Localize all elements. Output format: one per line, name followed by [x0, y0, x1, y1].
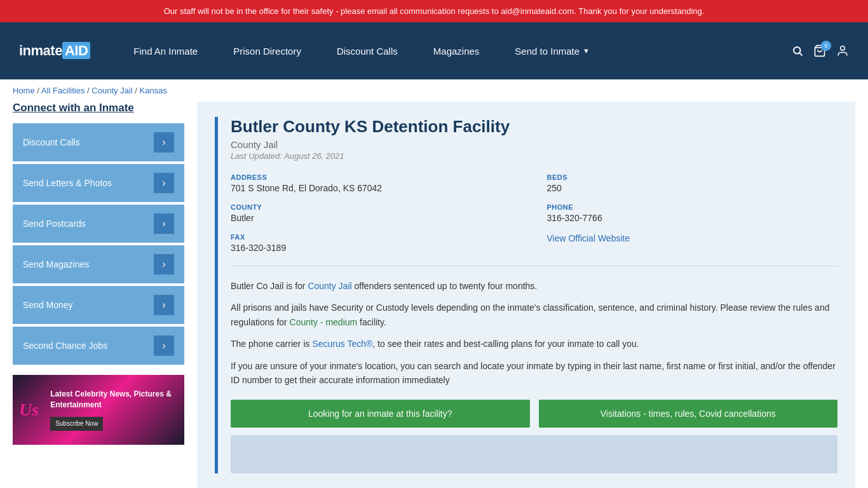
sidebar-send-magazines[interactable]: Send Magazines ›: [13, 245, 184, 283]
address-field: ADDRESS 701 S Stone Rd, El Dorado, KS 67…: [231, 173, 522, 193]
sidebar-send-letters[interactable]: Send Letters & Photos ›: [13, 164, 184, 202]
sidebar-send-postcards[interactable]: Send Postcards ›: [13, 205, 184, 243]
address-label: ADDRESS: [231, 173, 522, 181]
phone-field: PHONE 316-320-7766: [547, 203, 838, 223]
visitations-button[interactable]: Visitations - times, rules, Covid cancel…: [539, 400, 838, 428]
content-wrapper: Butler County KS Detention Facility Coun…: [215, 117, 837, 473]
sidebar-btn-label: Second Chance Jobs: [23, 341, 107, 351]
logo-aid: AID: [62, 42, 90, 59]
nav-send-label: Send to Inmate: [515, 46, 580, 57]
advertisement: Us Latest Celebrity News, Pictures & Ent…: [13, 375, 184, 445]
alert-text: Our staff will not be in the office for …: [164, 6, 705, 16]
fax-field: FAX 316-320-3189: [231, 233, 522, 253]
sidebar: Connect with an Inmate Discount Calls › …: [13, 102, 184, 488]
cart-button[interactable]: 0: [813, 44, 826, 57]
ad-logo: Us: [13, 393, 45, 426]
website-field: View Official Website: [547, 233, 838, 253]
beds-field: BEDS 250: [547, 173, 838, 193]
breadcrumb-kansas[interactable]: Kansas: [139, 86, 166, 95]
description-1: Butler Co Jail is for County Jail offend…: [231, 279, 837, 293]
breadcrumb-home[interactable]: Home: [13, 86, 35, 95]
beds-label: BEDS: [547, 173, 838, 181]
website-link[interactable]: View Official Website: [547, 233, 630, 243]
facility-title: Butler County KS Detention Facility: [231, 117, 837, 137]
county-value: Butler: [231, 213, 522, 223]
gray-section: [231, 435, 837, 473]
sidebar-section-title: Connect with an Inmate: [13, 102, 184, 114]
description-3: The phone carrier is Securus Tech®, to s…: [231, 337, 837, 351]
main-container: Connect with an Inmate Discount Calls › …: [0, 102, 868, 488]
chevron-down-icon: ▼: [583, 47, 590, 55]
nav-icons: 0: [792, 44, 849, 57]
county-field: COUNTY Butler: [231, 203, 522, 223]
phone-label: PHONE: [547, 203, 838, 211]
sidebar-second-chance-jobs[interactable]: Second Chance Jobs ›: [13, 327, 184, 365]
main-nav: Find An Inmate Prison Directory Discount…: [116, 22, 792, 79]
logo[interactable]: inmateAID: [19, 43, 90, 59]
sidebar-send-money[interactable]: Send Money ›: [13, 286, 184, 324]
nav-send-to-inmate[interactable]: Send to Inmate ▼: [497, 22, 607, 79]
securus-link[interactable]: Securus Tech®: [312, 339, 372, 349]
sidebar-btn-label: Send Magazines: [23, 259, 89, 269]
description-2: All prisons and jails have Security or C…: [231, 301, 837, 329]
nav-prison-directory[interactable]: Prison Directory: [215, 22, 319, 79]
description-4: If you are unsure of your inmate's locat…: [231, 359, 837, 388]
facility-info-grid: ADDRESS 701 S Stone Rd, El Dorado, KS 67…: [231, 173, 837, 266]
breadcrumb-county-jail[interactable]: County Jail: [92, 86, 132, 95]
sidebar-btn-label: Send Letters & Photos: [23, 178, 112, 188]
breadcrumb: Home / All Facilities / County Jail / Ka…: [0, 79, 868, 102]
ad-text: Latest Celebrity News, Pictures & Entert…: [45, 384, 184, 436]
address-value: 701 S Stone Rd, El Dorado, KS 67042: [231, 183, 522, 193]
phone-value: 316-320-7766: [547, 213, 838, 223]
sidebar-arrow-icon: ›: [154, 295, 174, 315]
header: inmateAID Find An Inmate Prison Director…: [0, 22, 868, 79]
breadcrumb-all-facilities[interactable]: All Facilities: [41, 86, 85, 95]
alert-bar: Our staff will not be in the office for …: [0, 0, 868, 22]
ad-subscribe-button[interactable]: Subscribe Now: [50, 417, 103, 431]
svg-point-0: [794, 47, 801, 54]
cart-badge: 0: [821, 41, 831, 51]
fax-label: FAX: [231, 233, 522, 241]
sidebar-arrow-icon: ›: [154, 214, 174, 234]
facility-updated: Last Updated: August 26, 2021: [231, 151, 837, 161]
ad-title: Latest Celebrity News, Pictures & Entert…: [50, 389, 179, 410]
facility-content: Butler County KS Detention Facility Coun…: [197, 102, 855, 488]
county-jail-link[interactable]: County Jail: [308, 281, 351, 291]
search-button[interactable]: [792, 45, 803, 57]
logo-text: inmateAID: [19, 43, 90, 59]
facility-type: County Jail: [231, 139, 837, 150]
sidebar-arrow-icon: ›: [154, 336, 174, 356]
county-medium-link[interactable]: County - medium: [290, 317, 358, 327]
content-inner: Butler County KS Detention Facility Coun…: [218, 117, 837, 473]
nav-magazines[interactable]: Magazines: [416, 22, 498, 79]
county-label: COUNTY: [231, 203, 522, 211]
svg-line-1: [799, 53, 802, 55]
svg-point-3: [841, 46, 845, 51]
nav-find-inmate[interactable]: Find An Inmate: [116, 22, 215, 79]
sidebar-btn-label: Discount Calls: [23, 137, 79, 147]
fax-value: 316-320-3189: [231, 243, 522, 253]
nav-discount-calls[interactable]: Discount Calls: [319, 22, 416, 79]
action-buttons: Looking for an inmate at this facility? …: [231, 400, 837, 428]
sidebar-arrow-icon: ›: [154, 173, 174, 193]
find-inmate-button[interactable]: Looking for an inmate at this facility?: [231, 400, 530, 428]
user-button[interactable]: [836, 44, 849, 57]
sidebar-arrow-icon: ›: [154, 254, 174, 274]
sidebar-btn-label: Send Money: [23, 300, 73, 310]
sidebar-btn-label: Send Postcards: [23, 219, 86, 229]
beds-value: 250: [547, 183, 838, 193]
sidebar-discount-calls[interactable]: Discount Calls ›: [13, 123, 184, 161]
logo-inmate: inmate: [19, 43, 62, 58]
sidebar-arrow-icon: ›: [154, 132, 174, 152]
